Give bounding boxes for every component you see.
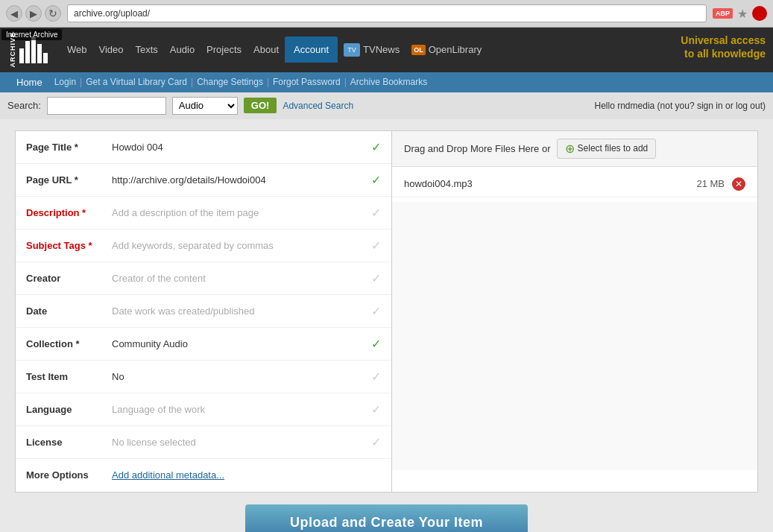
form-row-page-title: Page Title * Howdoi 004 ✓ xyxy=(16,131,391,164)
sub-navigation: Home Login | Get a Virtual Library Card … xyxy=(0,72,773,92)
field-label-description: Description * xyxy=(26,207,112,218)
file-drop-area[interactable] xyxy=(392,202,757,470)
file-list: howdoi004.mp3 21 MB ✕ xyxy=(392,167,757,202)
form-row-creator: Creator Creator of the content ✓ xyxy=(16,262,391,295)
nav-texts[interactable]: Texts xyxy=(130,37,164,63)
logo-area[interactable]: Internet Archive ARCHIVE xyxy=(7,28,54,72)
nav-video[interactable]: Video xyxy=(93,37,130,63)
field-label-page-title: Page Title * xyxy=(26,142,112,153)
advanced-search-link[interactable]: Advanced Search xyxy=(283,101,353,111)
form-row-license: License No license selected ✓ xyxy=(16,426,391,459)
tvnews-label: TVNews xyxy=(363,44,400,55)
field-value-license[interactable]: No license selected xyxy=(112,437,366,448)
bookmark-star-icon[interactable]: ★ xyxy=(737,7,748,21)
sub-nav-login[interactable]: Login xyxy=(51,77,79,87)
field-label-more-options: More Options xyxy=(26,469,112,481)
sub-nav-virtual-card[interactable]: Get a Virtual Library Card xyxy=(83,77,190,87)
sub-nav-links: Login | Get a Virtual Library Card | Cha… xyxy=(51,72,431,92)
form-row-language: Language Language of the work ✓ xyxy=(16,393,391,426)
nav-openlibrary[interactable]: OL OpenLibrary xyxy=(406,39,488,60)
nav-projects[interactable]: Projects xyxy=(201,37,247,63)
browser-chrome: ◀ ▶ ↻ ABP ★ xyxy=(0,0,773,28)
nav-audio[interactable]: Audio xyxy=(164,37,201,63)
nav-account[interactable]: Account xyxy=(285,37,338,63)
check-creator: ✓ xyxy=(366,271,381,285)
file-remove-button[interactable]: ✕ xyxy=(732,177,745,191)
sub-nav-forgot-password[interactable]: Forgot Password xyxy=(270,77,344,87)
check-description: ✓ xyxy=(366,206,381,220)
logo-col-5 xyxy=(43,53,48,63)
logo-columns xyxy=(19,37,48,63)
drag-drop-header: Drag and Drop More Files Here or ⊕ Selec… xyxy=(392,131,757,167)
field-value-creator[interactable]: Creator of the content xyxy=(112,273,366,284)
form-row-test-item: Test Item No ✓ xyxy=(16,361,391,393)
field-label-language: Language xyxy=(26,404,112,415)
select-files-button[interactable]: ⊕ Select files to add xyxy=(557,139,657,159)
check-language: ✓ xyxy=(366,402,381,417)
browser-icons: ABP ★ xyxy=(713,6,767,21)
sub-nav-change-settings[interactable]: Change Settings xyxy=(194,77,266,87)
file-panel: Drag and Drop More Files Here or ⊕ Selec… xyxy=(392,131,757,492)
back-button[interactable]: ◀ xyxy=(6,5,22,22)
check-page-url: ✓ xyxy=(366,173,381,187)
not-you-text: (not you? sign in or log out) xyxy=(657,101,766,111)
sub-nav-home[interactable]: Home xyxy=(7,72,51,92)
forward-button[interactable]: ▶ xyxy=(25,5,42,22)
file-name: howdoi004.mp3 xyxy=(404,178,696,189)
openlibrary-icon: OL xyxy=(411,45,426,55)
refresh-button[interactable]: ↻ xyxy=(45,5,61,22)
field-value-page-title[interactable]: Howdoi 004 xyxy=(112,142,366,153)
file-size: 21 MB xyxy=(696,178,725,189)
tvnews-icon: TV xyxy=(344,43,360,57)
upload-create-button[interactable]: Upload and Create Your Item xyxy=(245,504,528,532)
nav-tvnews[interactable]: TV TVNews xyxy=(338,39,406,61)
search-input[interactable] xyxy=(47,97,166,115)
search-type-select[interactable]: Web Audio Audio Video Texts Software Ima… xyxy=(172,97,238,115)
field-label-subject-tags: Subject Tags * xyxy=(26,240,112,251)
field-value-description[interactable]: Add a description of the item page xyxy=(112,207,366,218)
hello-text: Hello rndmedia (not you? sign in or log … xyxy=(595,101,766,111)
form-row-date: Date Date work was created/published ✓ xyxy=(16,295,391,328)
search-go-button[interactable]: GO! xyxy=(244,98,277,113)
check-subject-tags: ✓ xyxy=(366,238,381,253)
check-date: ✓ xyxy=(366,304,381,318)
field-label-test-item: Test Item xyxy=(26,371,112,382)
form-row-page-url: Page URL * http://archive.org/details/Ho… xyxy=(16,164,391,197)
logo-side-text: ARCHIVE xyxy=(7,32,16,68)
address-bar[interactable] xyxy=(67,4,707,22)
nav-about[interactable]: About xyxy=(247,37,285,63)
field-value-date[interactable]: Date work was created/published xyxy=(112,305,366,317)
main-content: Page Title * Howdoi 004 ✓ Page URL * htt… xyxy=(0,119,773,532)
form-row-description: Description * Add a description of the i… xyxy=(16,197,391,229)
abp-badge: ABP xyxy=(713,8,733,19)
field-label-creator: Creator xyxy=(26,273,112,284)
logo-col-2 xyxy=(25,41,30,63)
search-bar: Search: Web Audio Audio Video Texts Soft… xyxy=(0,92,773,119)
openlibrary-label: OpenLibrary xyxy=(429,44,482,55)
browser-nav-buttons: ◀ ▶ ↻ xyxy=(6,5,61,22)
search-label: Search: xyxy=(7,100,41,111)
file-row: howdoi004.mp3 21 MB ✕ xyxy=(392,171,757,197)
field-label-date: Date xyxy=(26,305,112,317)
logo-col-3 xyxy=(31,37,36,63)
form-panel: Page Title * Howdoi 004 ✓ Page URL * htt… xyxy=(16,131,392,492)
field-value-subject-tags[interactable]: Add keywords, separated by commas xyxy=(112,240,366,251)
check-page-title: ✓ xyxy=(366,140,381,154)
field-value-page-url[interactable]: http://archive.org/details/Howdoi004 xyxy=(112,174,366,186)
field-value-test-item[interactable]: No xyxy=(112,371,366,382)
field-value-collection[interactable]: Community Audio xyxy=(112,338,366,349)
field-value-language[interactable]: Language of the work xyxy=(112,404,366,415)
browser-menu-icon[interactable] xyxy=(752,6,767,21)
upload-container: Page Title * Howdoi 004 ✓ Page URL * htt… xyxy=(15,130,758,493)
top-navigation: Internet Archive ARCHIVE Web Video Texts… xyxy=(0,28,773,72)
nav-web[interactable]: Web xyxy=(61,37,93,63)
field-label-page-url: Page URL * xyxy=(26,174,112,186)
check-license: ✓ xyxy=(366,435,381,449)
sub-nav-bookmarks[interactable]: Archive Bookmarks xyxy=(347,77,430,87)
logo-col-4 xyxy=(37,44,42,63)
select-files-label: Select files to add xyxy=(578,143,649,153)
tagline: Universal access to all knowledge xyxy=(681,34,766,60)
add-metadata-link[interactable]: Add additional metadata... xyxy=(112,469,224,481)
plus-circle-icon: ⊕ xyxy=(565,142,575,156)
logo-col-1 xyxy=(19,48,24,63)
